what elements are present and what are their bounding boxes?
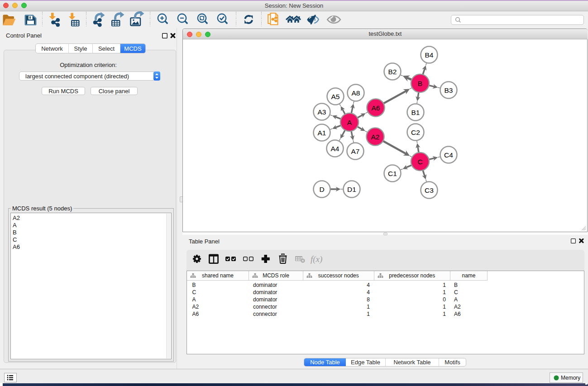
svg-text:D1: D1: [347, 186, 356, 193]
svg-text:B3: B3: [445, 86, 453, 94]
svg-text:A5: A5: [331, 93, 340, 100]
svg-text:C4: C4: [444, 151, 453, 159]
svg-text:C3: C3: [425, 186, 434, 194]
svg-text:B2: B2: [388, 68, 397, 76]
svg-text:A8: A8: [352, 89, 360, 97]
svg-text:B1: B1: [411, 109, 420, 116]
svg-text:A4: A4: [331, 145, 339, 152]
svg-text:A3: A3: [318, 108, 326, 116]
svg-text:A2: A2: [371, 133, 380, 141]
svg-text:D: D: [319, 186, 324, 193]
svg-text:A7: A7: [351, 148, 360, 155]
svg-text:B4: B4: [425, 51, 434, 59]
svg-text:A6: A6: [372, 104, 380, 112]
svg-text:C1: C1: [388, 170, 397, 177]
svg-text:A: A: [347, 119, 352, 126]
svg-text:C2: C2: [411, 129, 420, 136]
svg-text:A1: A1: [318, 129, 326, 137]
svg-text:f(x): f(x): [311, 254, 322, 264]
svg-text:B: B: [418, 80, 422, 87]
svg-text:C: C: [417, 158, 422, 166]
